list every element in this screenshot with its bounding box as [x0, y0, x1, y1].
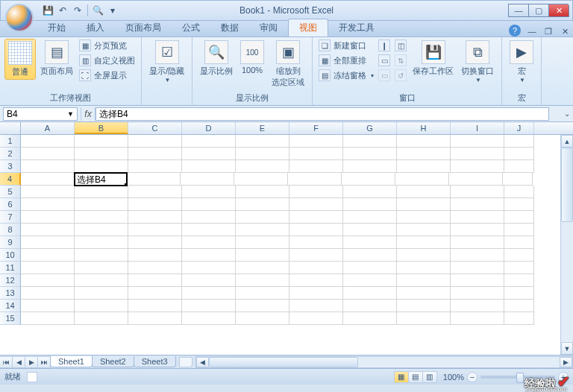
cell-H6[interactable]	[397, 198, 451, 211]
cell-I5[interactable]	[451, 186, 504, 198]
print-preview-icon[interactable]: 🔍	[91, 4, 104, 17]
cell-J11[interactable]	[504, 262, 534, 274]
column-header-A[interactable]: A	[21, 122, 75, 134]
cell-J8[interactable]	[504, 224, 534, 236]
row-header-6[interactable]: 6	[0, 198, 21, 211]
scroll-up-icon[interactable]: ▲	[561, 135, 573, 148]
cell-A9[interactable]	[21, 236, 75, 249]
cell-G10[interactable]	[343, 249, 397, 262]
column-header-H[interactable]: H	[397, 122, 451, 134]
cell-B5[interactable]	[75, 186, 128, 198]
select-all-corner[interactable]	[0, 122, 21, 134]
redo-icon[interactable]: ↷	[71, 4, 84, 17]
cell-E11[interactable]	[236, 262, 289, 274]
row-header-12[interactable]: 12	[0, 274, 21, 287]
cell-I13[interactable]	[451, 287, 504, 300]
cell-I8[interactable]	[451, 224, 504, 236]
workbook-close-button[interactable]: ✕	[560, 26, 570, 37]
cell-D11[interactable]	[182, 262, 236, 274]
tab-developer[interactable]: 开发工具	[328, 19, 385, 37]
cell-H12[interactable]	[397, 274, 451, 287]
cell-D1[interactable]	[182, 135, 236, 148]
save-workspace-button[interactable]: 💾 保存工作区	[410, 39, 457, 78]
cell-G13[interactable]	[343, 287, 397, 300]
cell-J12[interactable]	[504, 274, 534, 287]
cell-A13[interactable]	[21, 287, 75, 300]
cell-G9[interactable]	[343, 236, 397, 249]
cell-A8[interactable]	[21, 224, 75, 236]
prev-sheet-button[interactable]: ◀	[12, 356, 25, 368]
cell-E12[interactable]	[236, 274, 289, 287]
reset-position-button[interactable]: ↺	[393, 69, 408, 82]
cell-A14[interactable]	[21, 300, 75, 312]
row-header-13[interactable]: 13	[0, 287, 21, 300]
cell-H9[interactable]	[397, 236, 451, 249]
cell-G5[interactable]	[343, 186, 397, 198]
zoom-100-button[interactable]: 100 100%	[237, 39, 267, 76]
column-header-D[interactable]: D	[182, 122, 236, 134]
cell-D10[interactable]	[182, 249, 236, 262]
cell-I3[interactable]	[451, 160, 504, 173]
cell-H11[interactable]	[397, 262, 451, 274]
scroll-left-icon[interactable]: ◀	[196, 357, 209, 367]
cell-J1[interactable]	[504, 135, 534, 148]
column-header-G[interactable]: G	[343, 122, 397, 134]
cell-F1[interactable]	[289, 135, 343, 148]
cell-F5[interactable]	[289, 186, 343, 198]
cell-G8[interactable]	[343, 224, 397, 236]
cell-A2[interactable]	[21, 148, 75, 160]
cell-G1[interactable]	[343, 135, 397, 148]
insert-sheet-button[interactable]	[179, 357, 192, 367]
cell-A10[interactable]	[21, 249, 75, 262]
sync-scroll-button[interactable]: ⇅	[393, 54, 408, 67]
cell-G7[interactable]	[343, 211, 397, 224]
cell-J14[interactable]	[504, 300, 534, 312]
column-header-J[interactable]: J	[504, 122, 534, 134]
cell-B15[interactable]	[75, 312, 128, 325]
cell-C3[interactable]	[128, 160, 182, 173]
cell-A12[interactable]	[21, 274, 75, 287]
cell-H5[interactable]	[397, 186, 451, 198]
name-box[interactable]: B4 ▼	[3, 107, 78, 121]
cell-F3[interactable]	[289, 160, 343, 173]
office-button[interactable]	[5, 4, 34, 32]
cell-B8[interactable]	[75, 224, 128, 236]
column-header-C[interactable]: C	[128, 122, 182, 134]
cell-I4[interactable]	[449, 173, 503, 186]
cell-F13[interactable]	[289, 287, 343, 300]
cell-I10[interactable]	[451, 249, 504, 262]
cell-H4[interactable]	[395, 173, 449, 186]
macro-record-icon[interactable]	[27, 372, 37, 382]
cell-I14[interactable]	[451, 300, 504, 312]
cell-G12[interactable]	[343, 274, 397, 287]
cell-H1[interactable]	[397, 135, 451, 148]
cell-B10[interactable]	[75, 249, 128, 262]
cell-E7[interactable]	[236, 211, 289, 224]
cell-A7[interactable]	[21, 211, 75, 224]
cell-H7[interactable]	[397, 211, 451, 224]
cell-E3[interactable]	[236, 160, 289, 173]
cell-F6[interactable]	[289, 198, 343, 211]
cell-A5[interactable]	[21, 186, 75, 198]
row-header-4[interactable]: 4	[0, 173, 21, 186]
cell-C10[interactable]	[128, 249, 182, 262]
cell-B14[interactable]	[75, 300, 128, 312]
column-header-I[interactable]: I	[451, 122, 504, 134]
cell-A15[interactable]	[21, 312, 75, 325]
cell-C12[interactable]	[128, 274, 182, 287]
last-sheet-button[interactable]: ⏭	[37, 356, 51, 368]
cell-J2[interactable]	[504, 148, 534, 160]
scroll-thumb[interactable]	[209, 357, 358, 367]
cell-E4[interactable]	[234, 173, 288, 186]
sheet-tab-3[interactable]: Sheet3	[134, 356, 176, 367]
zoom-button[interactable]: 🔍 显示比例	[197, 39, 236, 78]
cell-B7[interactable]	[75, 211, 128, 224]
row-header-15[interactable]: 15	[0, 312, 21, 325]
first-sheet-button[interactable]: ⏮	[0, 356, 13, 368]
cell-H10[interactable]	[397, 249, 451, 262]
zoom-selection-button[interactable]: ▣ 缩放到 选定区域	[269, 39, 307, 89]
full-screen-button[interactable]: ⛶全屏显示	[78, 69, 137, 82]
show-hide-button[interactable]: ☑ 显示/隐藏 ▼	[146, 39, 187, 85]
cell-J5[interactable]	[504, 186, 534, 198]
page-break-button[interactable]: ▦分页预览	[78, 39, 137, 52]
